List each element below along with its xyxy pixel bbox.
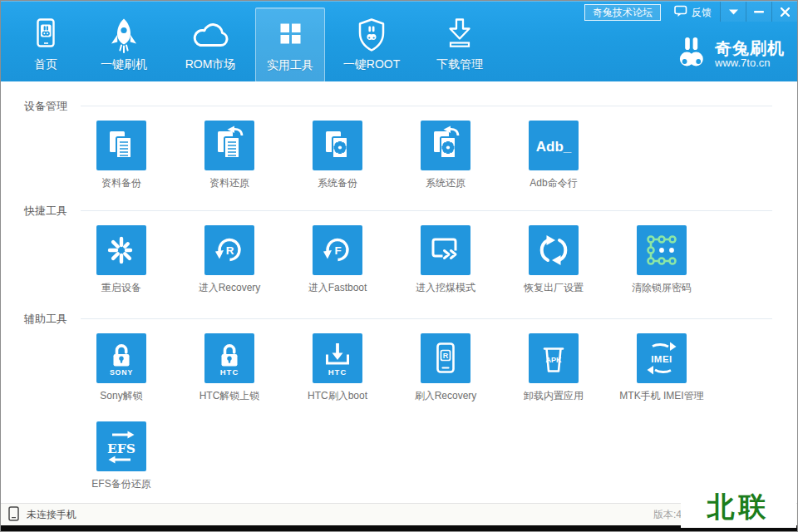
svg-text:SONY: SONY	[110, 368, 133, 377]
tool-caption: 清除锁屏密码	[632, 281, 692, 295]
tool-caption: Sony解锁	[100, 389, 142, 403]
tool-system-restore[interactable]: 系统还原	[392, 112, 500, 200]
minimize-icon[interactable]	[746, 2, 771, 22]
tool-caption: EFS备份还原	[91, 477, 150, 491]
htc-padlock-icon: HTC	[204, 333, 254, 383]
nav-tab-label: 一键ROOT	[343, 57, 400, 72]
nav-tab-one-key-root[interactable]: 一键ROOT	[328, 7, 415, 82]
tool-sony-unlock[interactable]: SONYSony解锁	[67, 325, 175, 413]
feedback-button[interactable]: 反馈	[674, 5, 712, 20]
tool-grid-quick-tools: 重启设备R进入RecoveryF进入Fastboot进入挖煤模式恢复出厂设置清除…	[67, 217, 732, 305]
tool-caption: 系统还原	[426, 176, 466, 190]
section-header-auxiliary-tools: 辅助工具	[24, 313, 772, 325]
tool-htc-flash-boot[interactable]: HTCHTC刷入boot	[283, 325, 392, 413]
tool-caption: 重启设备	[101, 281, 141, 295]
nav-tab-download-manager[interactable]: 下载管理	[418, 7, 501, 82]
tool-enter-fastboot[interactable]: F进入Fastboot	[283, 217, 392, 305]
phone-recovery-icon: R	[421, 333, 470, 383]
nav-tab-label: 首页	[34, 57, 57, 72]
sony-padlock-icon: SONY	[96, 333, 146, 383]
tool-efs-backup-restore[interactable]: EFSEFS备份还原	[67, 413, 175, 501]
tool-caption: 刷入Recovery	[415, 389, 477, 403]
tool-caption: 进入挖煤模式	[416, 281, 475, 295]
nav-tab-label: 下载管理	[436, 57, 483, 72]
rabbit-logo-icon	[675, 36, 708, 72]
svg-text:EFS: EFS	[107, 441, 135, 456]
fastboot-circle-icon: F	[313, 225, 362, 275]
tool-enter-recovery[interactable]: R进入Recovery	[175, 217, 283, 305]
watermark-overlay: 北联	[681, 487, 796, 528]
tool-data-restore[interactable]: 资料还原	[175, 112, 283, 200]
svg-text:HTC: HTC	[328, 367, 347, 377]
section-title: 设备管理	[24, 99, 67, 114]
download-arrow-icon	[440, 17, 480, 55]
nav-tab-label: 实用工具	[267, 58, 313, 73]
section-title: 辅助工具	[24, 312, 67, 327]
speech-bubble-icon	[674, 5, 687, 20]
cloud-icon	[189, 17, 232, 55]
system-restore-gear-icon	[421, 121, 470, 170]
tool-caption: 恢复出厂设置	[524, 281, 584, 295]
tool-caption: 卸载内置应用	[524, 389, 584, 403]
efs-transfer-icon: EFS	[96, 421, 146, 471]
titlebar-controls: 奇兔技术论坛 反馈	[584, 2, 797, 22]
shield-rabbit-icon	[352, 17, 392, 55]
close-icon[interactable]	[771, 2, 797, 22]
tool-caption: HTC解锁上锁	[200, 389, 260, 403]
tool-adb-command-line[interactable]: Adb_Adb命令行	[500, 112, 608, 200]
nav-tab-one-key-flash[interactable]: 一键刷机	[82, 7, 165, 82]
nav-tab-rom-market[interactable]: ROM市场	[169, 7, 252, 82]
section-title: 快捷工具	[24, 204, 67, 219]
tool-caption: 系统备份	[318, 176, 357, 190]
tool-caption: 进入Fastboot	[308, 281, 367, 295]
svg-text:IMEI: IMEI	[651, 354, 672, 364]
section-header-quick-tools: 快捷工具	[24, 204, 772, 217]
logo-url: www.7to.cn	[715, 57, 785, 69]
home-phone-rabbit-icon	[26, 17, 66, 55]
tool-restart-device[interactable]: 重启设备	[67, 217, 175, 305]
rocket-icon	[104, 17, 144, 55]
tool-enter-download-mode[interactable]: 进入挖煤模式	[392, 217, 500, 305]
adb-command-icon: Adb_	[529, 121, 579, 170]
tool-clear-lockscreen-password[interactable]: 清除锁屏密码	[608, 217, 716, 305]
grid-tiles-icon	[270, 17, 310, 56]
svg-text:APK: APK	[545, 356, 562, 364]
factory-reset-cycle-icon	[529, 225, 579, 275]
section-divider	[81, 318, 772, 319]
restart-spinner-icon	[96, 225, 146, 275]
tool-factory-reset[interactable]: 恢复出厂设置	[500, 217, 608, 305]
tool-caption: MTK手机 IMEI管理	[619, 389, 703, 403]
system-backup-gear-icon	[313, 121, 362, 170]
phone-icon	[8, 506, 19, 524]
pattern-lock-icon	[637, 225, 687, 275]
tool-data-backup[interactable]: 资料备份	[67, 112, 175, 200]
recovery-circle-icon: R	[204, 225, 254, 275]
tool-caption: 资料还原	[209, 176, 249, 190]
tool-htc-unlock-relock[interactable]: HTCHTC解锁上锁	[175, 325, 283, 413]
documents-backup-icon	[96, 121, 146, 170]
tool-system-backup[interactable]: 系统备份	[283, 112, 392, 200]
tool-grid-auxiliary-tools: SONYSony解锁HTCHTC解锁上锁HTCHTC刷入bootR刷入Recov…	[67, 325, 732, 501]
nav-tab-label: ROM市场	[185, 57, 236, 72]
tool-caption: 资料备份	[101, 176, 141, 190]
svg-text:F: F	[334, 244, 341, 257]
app-window: 首页一键刷机ROM市场实用工具一键ROOT下载管理 奇兔技术论坛 反馈	[0, 0, 798, 532]
logo-brand: 奇兔刷机	[715, 40, 785, 57]
tool-flash-recovery[interactable]: R刷入Recovery	[392, 325, 500, 413]
version-label: 版本:4	[653, 508, 682, 522]
tools-content: 设备管理资料备份资料还原系统备份系统还原Adb_Adb命令行快捷工具重启设备R进…	[1, 81, 797, 503]
forum-button[interactable]: 奇兔技术论坛	[584, 4, 661, 21]
svg-text:R: R	[443, 352, 449, 360]
nav-tab-utility-tools[interactable]: 实用工具	[255, 7, 325, 82]
tool-caption: HTC刷入boot	[308, 389, 367, 403]
app-logo: 奇兔刷机 www.7to.cn	[675, 36, 785, 72]
svg-text:Adb_: Adb_	[536, 139, 572, 155]
svg-text:HTC: HTC	[220, 367, 239, 377]
nav-tab-label: 一键刷机	[101, 57, 147, 72]
chevron-down-icon[interactable]	[720, 2, 746, 22]
tool-uninstall-builtin-apps[interactable]: APK卸载内置应用	[500, 325, 608, 413]
tool-mtk-imei-manage[interactable]: IMEIMTK手机 IMEI管理	[608, 325, 716, 413]
bottom-border-strip	[1, 525, 797, 531]
tool-grid-device-management: 资料备份资料还原系统备份系统还原Adb_Adb命令行	[67, 112, 732, 200]
nav-tab-home[interactable]: 首页	[12, 7, 79, 82]
